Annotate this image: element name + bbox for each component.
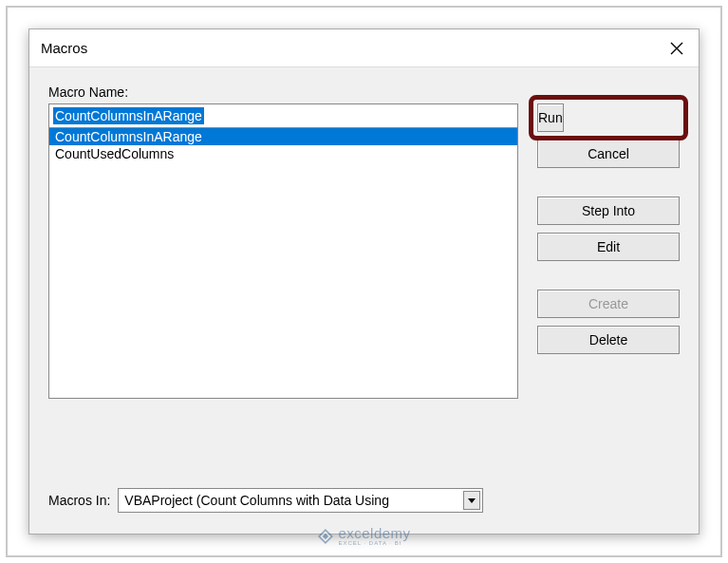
- left-column: CountColumnsInARange CountColumnsInARang…: [48, 103, 518, 399]
- step-into-button[interactable]: Step Into: [537, 197, 680, 225]
- button-column: Run Cancel Step Into Edit Create Delete: [537, 103, 680, 354]
- titlebar: Macros: [29, 29, 699, 67]
- main-row: CountColumnsInARange CountColumnsInARang…: [48, 103, 680, 399]
- macros-in-row: Macros In: VBAProject (Count Columns wit…: [48, 488, 483, 513]
- macro-list-item[interactable]: CountUsedColumns: [49, 145, 517, 162]
- chevron-down-icon: [468, 498, 476, 503]
- macros-in-dropdown[interactable]: VBAProject (Count Columns with Data Usin…: [118, 488, 483, 513]
- macros-in-value: VBAProject (Count Columns with Data Usin…: [124, 493, 389, 508]
- spacer: [537, 176, 680, 189]
- dialog-title: Macros: [41, 40, 87, 56]
- macro-list-item[interactable]: CountColumnsInARange: [49, 128, 517, 145]
- macro-name-label: Macro Name:: [48, 84, 680, 100]
- close-button[interactable]: [655, 29, 699, 67]
- cancel-button[interactable]: Cancel: [537, 140, 680, 168]
- dialog-content: Macro Name: CountColumnsInARange CountCo…: [29, 67, 699, 534]
- dropdown-arrow-button[interactable]: [463, 491, 480, 510]
- macro-list[interactable]: CountColumnsInARangeCountUsedColumns: [48, 128, 518, 399]
- watermark-sub: EXCEL · DATA · BI: [338, 540, 410, 546]
- edit-button[interactable]: Edit: [537, 233, 680, 261]
- screenshot-frame: Macros Macro Name: CountColumnsInARange …: [6, 6, 722, 557]
- macro-name-value: CountColumnsInARange: [53, 107, 204, 124]
- run-button-highlight: Run: [537, 103, 680, 132]
- spacer: [537, 269, 680, 282]
- delete-button[interactable]: Delete: [537, 326, 680, 354]
- macros-dialog: Macros Macro Name: CountColumnsInARange …: [28, 28, 700, 535]
- close-icon: [670, 42, 683, 55]
- macro-name-input[interactable]: CountColumnsInARange: [48, 103, 518, 128]
- macros-in-label: Macros In:: [48, 493, 110, 508]
- create-button: Create: [537, 290, 680, 318]
- run-button[interactable]: Run: [537, 103, 564, 132]
